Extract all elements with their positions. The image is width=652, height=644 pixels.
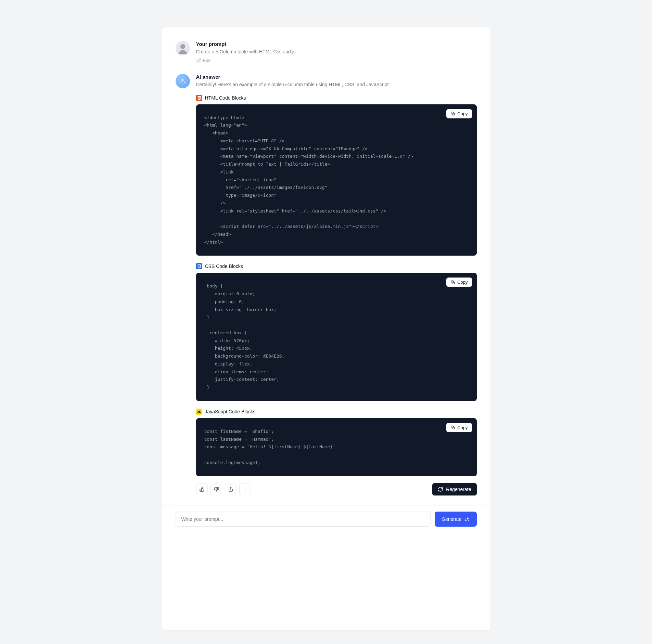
thumbs-up-button[interactable]: [196, 484, 208, 495]
copy-icon: [450, 111, 455, 116]
sparkle-icon: [179, 78, 186, 85]
html-code-block: Copy <!doctype html> <html lang="en"> <h…: [196, 104, 477, 256]
generate-button[interactable]: Generate: [435, 512, 476, 527]
answer-footer: Regenerate: [196, 483, 477, 495]
more-button[interactable]: [239, 484, 251, 495]
css-badge-icon: [196, 263, 202, 269]
css-code[interactable]: body { margin: 0 auto; padding: 0; box-s…: [204, 282, 469, 391]
ai-message: AI answer Certainly! Here's an example o…: [176, 74, 477, 495]
ai-heading: AI answer: [196, 74, 477, 80]
js-block-label: JS JavaScript Code Blocks: [196, 409, 477, 415]
svg-point-10: [244, 490, 245, 491]
css-code-block: Copy body { margin: 0 auto; padding: 0; …: [196, 273, 477, 401]
user-heading: Your prompt: [196, 41, 477, 47]
magic-wand-icon: [464, 516, 470, 522]
divider: [162, 505, 490, 505]
avatar-icon: [176, 41, 190, 55]
share-button[interactable]: [225, 484, 236, 495]
share-icon: [228, 487, 233, 492]
chat-card: Your prompt Create a 5 Column table with…: [162, 27, 490, 630]
user-prompt-text: Create a 5 Column table with HTML Css an…: [196, 49, 477, 54]
ai-avatar: [176, 74, 190, 88]
thumbs-down-button[interactable]: [210, 484, 222, 495]
refresh-icon: [438, 487, 443, 492]
svg-point-1: [180, 44, 185, 49]
js-code[interactable]: const fistName = 'Shafiq'; const lastNam…: [204, 428, 469, 467]
edit-button[interactable]: Edit: [196, 58, 210, 63]
html-code[interactable]: <!doctype html> <html lang="en"> <head> …: [204, 114, 469, 246]
css-block-label: CSS Code Blocks: [196, 263, 477, 269]
user-avatar: [176, 41, 190, 55]
more-icon: [242, 487, 248, 492]
prompt-input[interactable]: [176, 512, 431, 527]
thumbs-up-icon: [199, 487, 205, 492]
svg-point-8: [244, 487, 245, 488]
regenerate-button[interactable]: Regenerate: [432, 483, 476, 495]
svg-point-9: [244, 489, 245, 489]
edit-icon: [196, 58, 201, 63]
copy-js-button[interactable]: Copy: [446, 423, 472, 432]
html-badge-icon: [196, 95, 202, 101]
copy-icon: [450, 280, 455, 285]
thumbs-down-icon: [214, 487, 219, 492]
copy-html-button[interactable]: Copy: [446, 109, 472, 118]
edit-label: Edit: [203, 58, 210, 63]
html-block-label: HTML Code Blocks: [196, 95, 477, 101]
copy-icon: [450, 425, 455, 430]
ai-intro: Certainly! Here's an example of a simple…: [196, 82, 477, 87]
copy-css-button[interactable]: Copy: [446, 278, 472, 287]
user-message: Your prompt Create a 5 Column table with…: [176, 41, 477, 64]
prompt-input-row: Generate: [176, 512, 477, 527]
js-code-block: Copy const fistName = 'Shafiq'; const la…: [196, 418, 477, 476]
js-badge-icon: JS: [196, 409, 202, 415]
